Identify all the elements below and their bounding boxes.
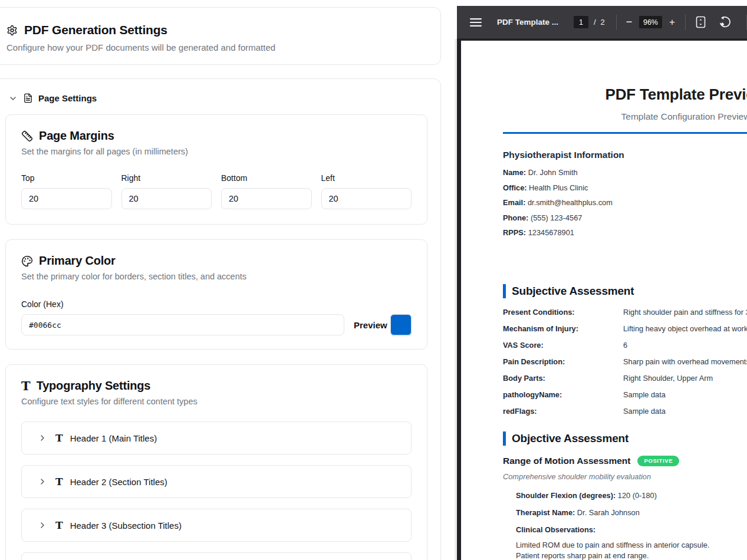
rom-detail-row: Shoulder Flexion (degrees): 120 (0-180): [516, 491, 747, 500]
chevron-right-icon: [38, 477, 47, 486]
file-icon: [23, 93, 33, 103]
typography-row-label: Header 3 (Subsection Titles): [70, 521, 182, 531]
margin-bottom-label: Bottom: [221, 173, 312, 183]
assessment-row: VAS Score:6: [503, 341, 747, 350]
subjective-heading: Subjective Assessment: [512, 285, 634, 298]
page-count: 2: [601, 18, 605, 27]
type-icon: T: [55, 521, 63, 531]
color-preview-swatch: [390, 314, 412, 335]
primary-color-card: Primary Color Set the primary color for …: [5, 239, 427, 350]
objective-heading: Objective Assessment: [512, 432, 628, 445]
margin-bottom-input[interactable]: [221, 188, 312, 209]
title-rule: [503, 132, 747, 134]
palette-icon: [21, 255, 33, 267]
info-row: Name: Dr. John Smith: [503, 168, 747, 177]
pdf-document-title: PDF Template ...: [497, 18, 558, 27]
assessment-row: Present Conditions:Right shoulder pain a…: [503, 308, 747, 317]
pdf-generation-settings-card: PDF Generation Settings Configure how yo…: [0, 7, 441, 65]
pdf-title: PDF Template Preview: [503, 85, 747, 104]
color-preview-label: Preview: [354, 320, 387, 330]
typography-row-header1[interactable]: T Header 1 (Main Titles): [21, 421, 412, 454]
zoom-level-input[interactable]: 96%: [639, 16, 662, 28]
primary-color-title: Primary Color: [39, 254, 116, 268]
color-hex-input[interactable]: [21, 314, 344, 335]
pdf-toolbar: PDF Template ... 1 / 2 − 96% +: [457, 6, 747, 39]
page-margins-card: Page Margins Set the margins for all pag…: [5, 114, 427, 225]
margin-field-right: Right: [121, 173, 212, 209]
zoom-out-button[interactable]: −: [623, 16, 635, 28]
clinical-observations-text: Limited ROM due to pain and stiffness in…: [516, 540, 747, 560]
margin-field-top: Top: [21, 173, 112, 209]
margin-right-input[interactable]: [121, 188, 212, 209]
margin-top-label: Top: [21, 173, 112, 183]
margin-field-left: Left: [321, 173, 412, 209]
toolbar-separator: [616, 15, 617, 30]
page-settings-label: Page Settings: [38, 93, 97, 103]
rom-detail-row: Clinical Observations:: [516, 525, 747, 534]
rom-description: Comprehensive shoulder mobility evaluati…: [503, 472, 747, 481]
objective-assessment-section: Objective Assessment Range of Motion Ass…: [503, 431, 747, 560]
info-row: Office: Health Plus Clinic: [503, 183, 747, 192]
page-subtitle: Configure how your PDF documents will be…: [6, 42, 429, 52]
margin-field-bottom: Bottom: [221, 173, 312, 209]
page-title: PDF Generation Settings: [24, 23, 167, 37]
page-margins-subtitle: Set the margins for all pages (in millim…: [21, 147, 412, 156]
typography-row-label: Header 2 (Section Titles): [70, 477, 167, 487]
typography-settings-card: T Typography Settings Configure text sty…: [5, 364, 427, 560]
typography-row-header2[interactable]: T Header 2 (Section Titles): [21, 465, 412, 498]
section-accent-bar: [503, 284, 506, 298]
physiotherapist-info: Name: Dr. John Smith Office: Health Plus…: [503, 168, 747, 237]
page-number-input[interactable]: 1: [574, 16, 588, 28]
color-hex-label: Color (Hex): [21, 299, 412, 309]
info-row: Phone: (555) 123-4567: [503, 213, 747, 222]
rom-assessment-title: Range of Motion Assessment: [503, 456, 630, 466]
assessment-row: Body Parts:Right Shoulder, Upper Arm: [503, 374, 747, 383]
margin-top-input[interactable]: [21, 188, 112, 209]
primary-color-subtitle: Set the primary color for borders, secti…: [21, 272, 412, 281]
typography-row-label: Header 1 (Main Titles): [70, 433, 157, 443]
typography-row-partial[interactable]: [21, 552, 412, 560]
subjective-assessment-section: Subjective Assessment Present Conditions…: [503, 284, 747, 416]
menu-icon[interactable]: [470, 18, 482, 27]
typography-subtitle: Configure text styles for different cont…: [21, 397, 412, 406]
typography-title: Typography Settings: [37, 379, 151, 393]
typography-row-header3[interactable]: T Header 3 (Subsection Titles): [21, 509, 412, 542]
assessment-row: redFlags:Sample data: [503, 407, 747, 416]
pdf-viewer-panel: PDF Template ... 1 / 2 − 96% +: [457, 6, 747, 560]
screen: PDF Generation Settings Configure how yo…: [0, 0, 747, 560]
gear-icon: [6, 25, 18, 36]
page-settings-toggle[interactable]: Page Settings: [0, 79, 440, 103]
assessment-row: Mechanism of Injury:Lifting heavy object…: [503, 324, 747, 333]
assessment-row: Pain Description:Sharp pain with overhea…: [503, 357, 747, 366]
assessment-row: pathologyName:Sample data: [503, 390, 747, 399]
ruler-icon: [21, 130, 33, 142]
rom-detail-row: Therapist Name: Dr. Sarah Johnson: [516, 508, 747, 517]
page-settings-section: Page Settings Page Margins Set the margi…: [0, 78, 441, 560]
info-row: RPPS: 12345678901: [503, 228, 747, 237]
type-icon: T: [21, 380, 31, 392]
type-icon: T: [55, 477, 63, 487]
info-row: Email: dr.smith@healthplus.com: [503, 198, 747, 207]
pdf-subtitle: Template Configuration Preview: [503, 111, 747, 122]
type-icon: T: [55, 433, 63, 443]
page-margins-title: Page Margins: [39, 129, 114, 143]
chevron-right-icon: [38, 433, 47, 443]
section-accent-bar: [503, 431, 506, 446]
pdf-page: PDF Template Preview Template Configurat…: [461, 41, 747, 560]
zoom-in-button[interactable]: +: [666, 17, 678, 28]
margin-right-label: Right: [121, 173, 212, 183]
rotate-icon[interactable]: [719, 16, 731, 28]
fit-page-icon[interactable]: [696, 16, 706, 28]
chevron-right-icon: [38, 521, 47, 530]
margin-left-input[interactable]: [321, 188, 412, 209]
chevron-down-icon: [8, 94, 18, 103]
margin-left-label: Left: [321, 173, 412, 183]
toolbar-separator: [685, 15, 686, 30]
physiotherapist-heading: Physiotherapist Information: [503, 150, 747, 160]
page-divider: /: [594, 18, 596, 27]
status-badge: POSITIVE: [637, 456, 679, 466]
